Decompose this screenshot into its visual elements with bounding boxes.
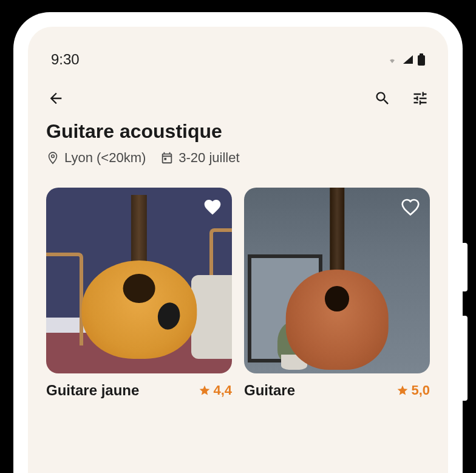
rating-value: 4,4: [213, 383, 232, 398]
signal-icon: [402, 54, 414, 65]
listing-title: Guitare jaune: [46, 382, 139, 399]
phone-side-button: [463, 243, 467, 291]
search-icon: [374, 90, 391, 107]
battery-icon: [418, 53, 425, 66]
listing-title: Guitare: [244, 382, 295, 399]
content-area: Guitare acoustique Lyon (<20km) 3-20 jui…: [28, 120, 448, 399]
heart-outline-icon: [401, 197, 420, 217]
location-text: Lyon (<20km): [64, 150, 146, 166]
date-filter[interactable]: 3-20 juillet: [160, 150, 239, 166]
location-filter[interactable]: Lyon (<20km): [46, 150, 146, 166]
calendar-icon: [160, 151, 174, 165]
heart-filled-icon: [203, 197, 222, 217]
wifi-icon: [386, 55, 398, 64]
listing-card[interactable]: Guitare jaune 4,4: [46, 188, 232, 399]
status-time: 9:30: [51, 51, 80, 68]
action-icons: [373, 89, 430, 108]
listing-image: [46, 188, 232, 373]
svg-rect-0: [418, 55, 425, 66]
favorite-button[interactable]: [203, 197, 222, 217]
app-bar: [28, 74, 448, 120]
arrow-left-icon: [47, 90, 64, 107]
rating-value: 5,0: [411, 383, 430, 398]
back-button[interactable]: [46, 89, 66, 108]
phone-side-button: [463, 316, 467, 401]
listing-rating: 4,4: [199, 383, 232, 398]
favorite-button[interactable]: [401, 197, 420, 217]
star-icon: [199, 384, 211, 396]
search-button[interactable]: [373, 89, 392, 108]
date-text: 3-20 juillet: [178, 150, 239, 166]
phone-frame: 9:30: [13, 12, 463, 473]
listing-grid: Guitare jaune 4,4: [46, 188, 430, 399]
listing-info: Guitare 5,0: [244, 382, 430, 399]
page-title: Guitare acoustique: [46, 120, 430, 143]
star-icon: [396, 384, 409, 396]
svg-rect-1: [420, 53, 423, 56]
listing-info: Guitare jaune 4,4: [46, 382, 232, 399]
listing-rating: 5,0: [396, 383, 430, 398]
status-bar: 9:30: [28, 27, 448, 74]
filter-button[interactable]: [410, 89, 430, 108]
filter-chips: Lyon (<20km) 3-20 juillet: [46, 150, 430, 166]
tune-icon: [412, 90, 429, 107]
location-icon: [46, 151, 59, 165]
status-icons: [386, 53, 425, 66]
listing-card[interactable]: Guitare 5,0: [244, 188, 430, 399]
listing-image: [244, 188, 430, 373]
svg-rect-2: [165, 158, 167, 160]
phone-screen: 9:30: [28, 27, 448, 473]
